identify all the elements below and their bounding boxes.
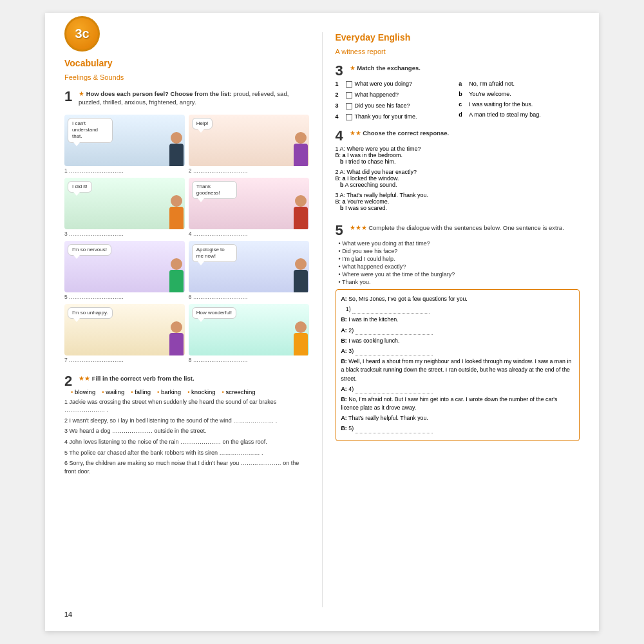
image-grid: I can't understand that. 1 ………………………… H xyxy=(64,115,309,363)
item-label-1: 1 ………………………… xyxy=(64,167,124,174)
ex3-instruction: Match the exchanges. xyxy=(357,64,421,71)
body-6 xyxy=(294,270,308,292)
match-q1: What were you doing? xyxy=(355,80,413,87)
ex1-instruction-bold: How does each person feel? Choose from t… xyxy=(86,90,232,97)
match-answer-d: d A man tried to steal my bag. xyxy=(459,111,580,118)
ex4-number: 4 xyxy=(336,129,347,143)
person-shape-4 xyxy=(294,195,308,229)
ex3-left-items: 1 What were you doing? 2 What happened? … xyxy=(336,80,457,120)
speech-bubble-4: Thank goodness! xyxy=(192,181,237,200)
dialogue-line-fill1: 1) xyxy=(341,305,574,314)
left-column: Vocabulary Feelings & Sounds 1 ★ How doe… xyxy=(64,32,309,607)
ex4-a1: B: a I was in the bedroom. b I tried to … xyxy=(336,152,580,165)
item-label-7: 7 ………………………… xyxy=(64,357,124,363)
checkbox-4[interactable] xyxy=(346,114,352,120)
ex1-number: 1 xyxy=(64,90,76,104)
person-4 xyxy=(294,195,308,229)
ex4-item-1: 1 A: Where were you at the time? B: a I … xyxy=(336,146,580,165)
fill-4 xyxy=(355,388,433,393)
speech-bubble-3: I did it! xyxy=(68,181,92,193)
speech-bubble-6: Apologise to me now! xyxy=(192,244,237,263)
person-shape-1 xyxy=(169,132,184,166)
match-item-3: 3 Did you see his face? xyxy=(336,102,457,109)
ex5-bullet-3: I'm glad I could help. xyxy=(339,256,580,262)
person-1 xyxy=(169,132,184,166)
exercise-3: 3 ★ Match the exchanges. 1 What were you xyxy=(336,61,580,120)
witness-report-subtitle: A witness report xyxy=(336,48,580,55)
match-item-4: 4 Thank you for your time. xyxy=(336,113,457,120)
match-d-text: A man tried to steal my bag. xyxy=(469,111,541,118)
ex5-bullet-2: Did you see his face? xyxy=(339,248,580,254)
dialogue-line-a1: A: So, Mrs Jones, I've got a few questio… xyxy=(341,295,574,303)
dialogue-line-fill5: B: 5) xyxy=(341,424,574,433)
item-label-2: 2 ………………………… xyxy=(189,167,248,174)
person-shape-3 xyxy=(169,195,184,229)
ex4-item-2: 2 A: What did you hear exactly? B: a I l… xyxy=(336,169,580,188)
ex2-stars: ★★ xyxy=(79,375,90,382)
image-placeholder-8: How wonderful! xyxy=(189,304,309,355)
match-q4: Thank you for your time. xyxy=(355,113,417,120)
match-answer-c: c I was waiting for the bus. xyxy=(459,101,580,108)
person-shape-5 xyxy=(169,258,184,292)
ex2-sentence-list: 1 Jackie was crossing the street when su… xyxy=(64,398,309,476)
exercise-4: 4 ★★ Choose the correct response. 1 A: W… xyxy=(336,126,580,215)
dialogue-line-b4: B: No, I'm afraid not. But I saw him get… xyxy=(341,395,574,412)
image-placeholder-3: I did it! xyxy=(64,178,185,229)
person-5 xyxy=(169,258,184,292)
everyday-english-title: Everyday English xyxy=(336,32,580,43)
dialogue-box: A: So, Mrs Jones, I've got a few questio… xyxy=(336,289,580,441)
bullet-falling: falling xyxy=(131,388,151,395)
item-label-8: 8 ………………………… xyxy=(189,357,248,363)
checkbox-3[interactable] xyxy=(346,103,352,109)
fill-5 xyxy=(355,428,433,433)
item-label-4: 4 ………………………… xyxy=(189,231,248,237)
head-1 xyxy=(171,132,182,144)
exercise-1-header: 1 ★ How does each person feel? Choose fr… xyxy=(64,90,309,107)
sentence-3: 3 We heard a dog ………………… outside in the … xyxy=(64,427,309,435)
head-3 xyxy=(171,195,182,207)
checkbox-2[interactable] xyxy=(346,92,352,99)
head-5 xyxy=(171,258,182,270)
image-item-3: I did it! 3 ………………………… xyxy=(64,178,185,237)
match-item-2: 2 What happened? xyxy=(336,91,457,99)
dialogue-line-fill2: A: 2) xyxy=(341,327,574,335)
ex5-instruction: Complete the dialogue with the sentences… xyxy=(368,224,564,231)
ex3-number: 3 xyxy=(336,64,347,78)
match-a-text: No, I'm afraid not. xyxy=(469,80,515,87)
head-8 xyxy=(295,321,307,333)
person-shape-6 xyxy=(294,258,308,292)
sentence-1: 1 Jackie was crossing the street when su… xyxy=(64,398,309,414)
person-6 xyxy=(294,258,308,292)
match-item-1: 1 What were you doing? xyxy=(336,80,457,88)
person-8 xyxy=(294,321,308,355)
ex4-instruction-bold: Choose the correct response. xyxy=(363,129,449,137)
match-c-text: I was waiting for the bus. xyxy=(469,101,533,108)
ex4-q3: 3 A: That's really helpful. Thank you. xyxy=(336,192,580,198)
image-placeholder-6: Apologise to me now! xyxy=(189,241,309,292)
bullet-knocking: knocking xyxy=(187,388,215,395)
checkbox-1[interactable] xyxy=(346,81,352,88)
ex4-stars: ★★ xyxy=(350,129,361,137)
sentence-6: 6 Sorry, the children are making so much… xyxy=(64,459,309,475)
bullet-blowing: blowing xyxy=(71,388,95,395)
image-placeholder-4: Thank goodness! xyxy=(189,178,309,229)
person-7 xyxy=(169,321,184,355)
ex4-item-3: 3 A: That's really helpful. Thank you. B… xyxy=(336,192,580,211)
ex5-bullet-1: What were you doing at that time? xyxy=(339,240,580,247)
image-item-5: I'm so nervous! 5 ………………………… xyxy=(64,241,185,300)
chapter-badge: 3c xyxy=(64,16,100,52)
ex4-a3-b: b xyxy=(340,205,344,211)
ex4-header: 4 ★★ Choose the correct response. xyxy=(336,129,580,143)
image-item-6: Apologise to me now! 6 ………………………… xyxy=(189,241,309,300)
body-3 xyxy=(169,207,184,229)
head-4 xyxy=(295,195,307,207)
ex4-a2-b: b xyxy=(340,182,344,188)
speech-bubble-2: Help! xyxy=(192,118,213,129)
body-8 xyxy=(294,333,308,355)
image-placeholder-2: Help! xyxy=(189,115,309,166)
exercise-2: 2 ★★ Fill in the correct verb from the l… xyxy=(64,371,309,478)
ex3-star: ★ xyxy=(350,64,355,71)
ex2-bullet-list: blowing wailing falling barking knocking… xyxy=(71,388,309,395)
image-item-1: I can't understand that. 1 ………………………… xyxy=(64,115,185,174)
bullet-wailing: wailing xyxy=(102,388,124,395)
